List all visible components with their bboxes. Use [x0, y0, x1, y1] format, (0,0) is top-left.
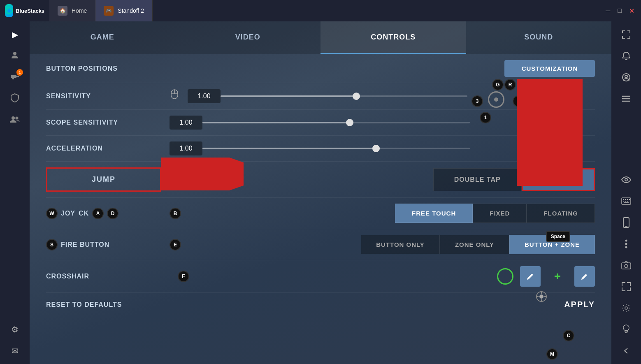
phone-btn[interactable]: [617, 213, 635, 232]
left-sidebar: ▶ 1: [0, 21, 30, 364]
sidebar-gun-btn[interactable]: 1: [6, 68, 24, 86]
button-only-btn[interactable]: BUTTON ONLY: [361, 235, 440, 254]
keyboard-btn[interactable]: [617, 192, 635, 210]
home-tab-icon: 🏠: [58, 6, 67, 16]
shield-icon: [10, 93, 19, 105]
sensitivity-label: SENSITIVITY: [46, 93, 170, 100]
joystick-row: W JOY CK A D B FREE TOUCH FIXED FLOATING: [46, 198, 595, 229]
settings3-btn[interactable]: [617, 299, 635, 317]
tab-controls-label: CONTROLS: [371, 33, 416, 42]
standoff2-tab[interactable]: 🎮 Standoff 2: [95, 0, 153, 21]
bluestacks-icon: [5, 4, 13, 17]
button-positions-label: BUTTON POSITIONS: [46, 65, 170, 72]
double-tap-btn[interactable]: DOUBLE TAP: [433, 168, 522, 191]
scope-sensitivity-value: 1.00: [170, 116, 202, 130]
expand2-btn[interactable]: [617, 278, 635, 296]
svg-point-6: [12, 116, 15, 120]
svg-point-44: [623, 325, 629, 331]
sensitivity-row: SENSITIVITY 1.00: [46, 83, 595, 110]
sidebar-shield-btn[interactable]: [6, 90, 24, 108]
back-btn[interactable]: [617, 342, 635, 360]
mail-icon: ✉: [12, 346, 19, 356]
standoff2-tab-label: Standoff 2: [118, 7, 144, 14]
crosshair-edit-btn-2[interactable]: [574, 266, 595, 287]
acceleration-slider[interactable]: [202, 148, 470, 149]
reset-label: RESET TO DEFAULTS: [46, 301, 122, 308]
crosshair-edit-btn-1[interactable]: [520, 266, 541, 287]
key-badge-e: E: [170, 239, 181, 250]
svg-point-43: [625, 307, 627, 309]
eye-btn[interactable]: [617, 171, 635, 189]
camera-btn[interactable]: [617, 256, 635, 274]
svg-point-39: [625, 243, 627, 245]
fire-button-label: FIRE BUTTON: [61, 241, 109, 248]
crosshair-group: +: [497, 266, 595, 287]
sidebar-play-btn[interactable]: ▶: [6, 26, 24, 44]
jump-row: JUMP DOUBLE TAP BUTTON: [46, 162, 595, 198]
badge-C: C: [563, 330, 574, 341]
hamburger-btn[interactable]: [617, 90, 635, 108]
acceleration-label: ACCELERATION: [46, 145, 170, 152]
svg-point-14: [539, 294, 543, 299]
fire-button-row: S FIRE BUTTON E BUTTON ONLY ZONE ONLY BU…: [46, 229, 595, 260]
sidebar-group-btn[interactable]: [6, 111, 24, 129]
sidebar-mail-btn[interactable]: ✉: [6, 342, 24, 360]
gun-badge: 1: [16, 69, 23, 76]
jump-label-box: JUMP: [46, 167, 161, 192]
key-badge-w: W: [46, 208, 58, 219]
nav-tabs: GAME VIDEO CONTROLS SOUND: [30, 21, 611, 54]
account-btn[interactable]: [617, 68, 635, 86]
floating-btn[interactable]: FLOATING: [527, 204, 595, 223]
home-tab[interactable]: 🏠 Home: [49, 0, 95, 21]
space-badge: Space: [546, 231, 570, 242]
svg-point-26: [625, 179, 627, 181]
tab-sound[interactable]: SOUND: [466, 21, 612, 54]
sidebar-settings-btn[interactable]: ⚙: [6, 320, 24, 338]
badge-M: M: [546, 348, 558, 360]
expand-btn[interactable]: [617, 26, 635, 44]
dots-btn[interactable]: [617, 235, 635, 253]
joystick-icon: [535, 290, 548, 304]
mouse-icon: [170, 89, 179, 104]
tab-game[interactable]: GAME: [30, 21, 175, 54]
zone-only-btn[interactable]: ZONE ONLY: [440, 235, 509, 254]
key-badge-f: F: [178, 271, 189, 282]
joystick-label: JOY: [61, 210, 75, 217]
sensitivity-slider[interactable]: [221, 95, 467, 97]
key-badge-b: B: [170, 208, 181, 219]
sidebar-profile-btn[interactable]: [6, 47, 24, 65]
customization-button[interactable]: CUSTOMIZATION: [504, 60, 595, 77]
fixed-btn[interactable]: FIXED: [473, 204, 527, 223]
button-btn[interactable]: BUTTON: [522, 168, 595, 191]
bottom-row: RESET TO DEFAULTS APPLY: [46, 293, 595, 316]
tab-video[interactable]: VIDEO: [175, 21, 321, 54]
group-icon: [9, 115, 20, 125]
button-positions-row: BUTTON POSITIONS CUSTOMIZATION: [46, 54, 595, 83]
maximize-btn[interactable]: □: [618, 7, 622, 14]
bulb-btn[interactable]: [617, 320, 635, 338]
minimize-btn[interactable]: ─: [606, 7, 610, 14]
free-touch-btn[interactable]: FREE TOUCH: [395, 204, 473, 223]
profile-icon: [10, 50, 20, 62]
apply-button[interactable]: APPLY: [564, 300, 595, 309]
tab-controls[interactable]: CONTROLS: [320, 21, 466, 54]
svg-point-42: [625, 264, 628, 268]
scope-sensitivity-row: SCOPE SENSITIVITY 1.00: [46, 110, 595, 136]
notification-btn[interactable]: [617, 47, 635, 65]
acceleration-row: ACCELERATION 1.00: [46, 136, 595, 162]
title-bar: BlueStacks 🏠 Home 🎮 Standoff 2 ─ □ ✕: [0, 0, 641, 21]
svg-point-1: [8, 9, 10, 12]
gear-icon: ⚙: [11, 325, 19, 334]
left-arrow-svg: [153, 158, 244, 190]
standoff2-tab-icon: 🎮: [104, 6, 114, 16]
tab-video-label: VIDEO: [235, 33, 260, 42]
crosshair-add-btn[interactable]: +: [547, 266, 568, 287]
close-btn[interactable]: ✕: [629, 7, 634, 15]
key-badge-s: S: [46, 239, 58, 250]
tab-sound-label: SOUND: [524, 33, 553, 42]
crosshair-color-picker[interactable]: [497, 268, 513, 285]
joystick-toggle-group: FREE TOUCH FIXED FLOATING: [395, 204, 595, 223]
window-controls: ─ □ ✕: [599, 7, 641, 15]
crosshair-row: CROSSHAIR F +: [46, 260, 595, 293]
scope-sensitivity-slider[interactable]: [202, 122, 470, 123]
